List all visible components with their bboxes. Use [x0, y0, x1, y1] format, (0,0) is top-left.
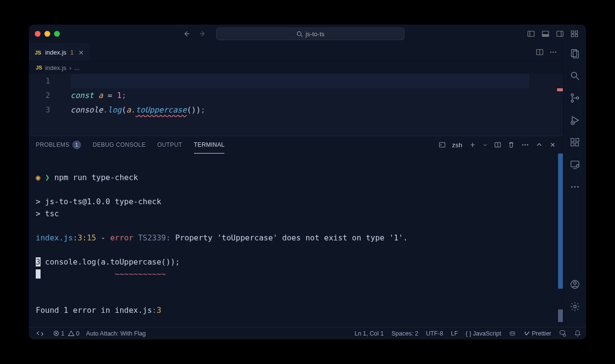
cursor-position[interactable]: Ln 1, Col 1	[354, 330, 383, 337]
nav-forward-button[interactable]	[199, 30, 207, 38]
layout-right-icon[interactable]	[556, 30, 564, 38]
copilot-icon[interactable]	[509, 330, 516, 337]
encoding-status[interactable]: UTF-8	[426, 330, 443, 337]
svg-point-30	[576, 165, 579, 168]
panel-tab-output[interactable]: OUTPUT	[157, 136, 182, 154]
error-code: TS2339:	[133, 233, 175, 242]
kill-terminal-icon[interactable]	[508, 141, 515, 148]
panel-actions: zsh	[439, 141, 556, 149]
svg-rect-28	[575, 139, 578, 141]
chevron-right-icon: ›	[70, 64, 71, 71]
customize-layout-icon[interactable]	[571, 30, 578, 38]
split-editor-icon[interactable]	[536, 48, 544, 56]
svg-point-21	[571, 94, 573, 96]
maximize-panel-icon[interactable]	[536, 141, 543, 148]
terminal-line: > tsc	[36, 209, 59, 218]
search-icon	[296, 31, 303, 37]
auto-attach-status[interactable]: Auto Attach: With Flag	[86, 330, 146, 337]
new-terminal-button[interactable]	[469, 141, 476, 148]
terminal-profile-icon[interactable]	[439, 141, 446, 148]
svg-rect-25	[571, 139, 573, 141]
panel-tab-bar: PROBLEMS 1 DEBUG CONSOLE OUTPUT TERMINAL…	[29, 136, 563, 154]
explorer-icon[interactable]	[569, 48, 581, 59]
nav-arrows	[182, 30, 207, 38]
traffic-lights	[35, 31, 60, 37]
context-code: console.log(a.toUppercase());	[45, 257, 180, 266]
close-panel-icon[interactable]	[549, 141, 556, 148]
svg-point-15	[522, 144, 524, 146]
error-marker	[557, 88, 563, 91]
terminal-dropdown-icon[interactable]	[483, 142, 488, 147]
status-bar: 1 0 Auto Attach: With Flag Ln 1, Col 1 S…	[29, 327, 586, 339]
remote-explorer-icon[interactable]	[569, 159, 581, 170]
notifications-icon[interactable]	[574, 330, 581, 337]
feedback-icon[interactable]	[559, 330, 566, 337]
nav-back-button[interactable]	[182, 30, 190, 38]
editor-tab-indexjs[interactable]: JS index.js 1	[29, 43, 90, 61]
command-center-search[interactable]: js-to-ts	[216, 28, 405, 40]
bottom-panel: PROBLEMS 1 DEBUG CONSOLE OUTPUT TERMINAL…	[29, 136, 563, 327]
code-area[interactable]: const a = 1; console.log(a.toUppercase()…	[59, 74, 563, 136]
eol-status[interactable]: LF	[451, 330, 458, 337]
error-word: error	[110, 233, 133, 242]
svg-point-35	[573, 282, 576, 285]
minimize-window-button[interactable]	[44, 31, 50, 37]
terminal-scrollbar[interactable]	[558, 154, 563, 289]
maximize-window-button[interactable]	[54, 31, 60, 37]
error-location: :3:15	[73, 233, 96, 242]
svg-point-0	[297, 31, 301, 35]
source-control-icon[interactable]	[569, 92, 581, 104]
layout-bottom-icon[interactable]	[542, 30, 549, 38]
split-terminal-icon[interactable]	[494, 141, 501, 148]
breadcrumb[interactable]: JS index.js › ...	[29, 61, 563, 74]
breadcrumb-filename: index.js	[45, 64, 66, 71]
svg-rect-8	[575, 34, 578, 37]
error-summary-line: 3	[156, 306, 161, 315]
scrollbar-thumb[interactable]	[558, 309, 563, 322]
close-window-button[interactable]	[35, 31, 41, 37]
shell-name[interactable]: zsh	[452, 141, 462, 149]
content-column: JS index.js 1 JS index.js › ...	[29, 43, 563, 327]
error-message: Property 'toUppercase' does not exist on…	[175, 233, 408, 242]
minimap[interactable]	[529, 74, 563, 136]
panel-tab-terminal[interactable]: TERMINAL	[194, 136, 225, 154]
svg-rect-41	[560, 331, 565, 335]
settings-gear-icon[interactable]	[569, 301, 581, 312]
prettier-status[interactable]: Prettier	[524, 330, 551, 337]
language-mode[interactable]: { } JavaScript	[466, 330, 502, 337]
svg-point-33	[577, 186, 578, 187]
breadcrumb-more: ...	[74, 64, 80, 71]
svg-point-22	[571, 100, 573, 102]
js-file-icon: JS	[36, 65, 42, 70]
panel-tab-debug[interactable]: DEBUG CONSOLE	[93, 136, 146, 154]
tab-dirty-badge: 1	[70, 49, 74, 56]
svg-point-42	[563, 334, 566, 336]
remote-indicator[interactable]	[34, 330, 46, 337]
panel-tab-problems[interactable]: PROBLEMS 1	[36, 136, 81, 154]
search-text: js-to-ts	[306, 30, 324, 38]
accounts-icon[interactable]	[569, 279, 581, 290]
line-number: 3	[29, 103, 50, 117]
terminal-output[interactable]: ◉ ❯ npm run type-check > js-to-ts@1.0.0 …	[29, 154, 563, 327]
svg-point-40	[513, 333, 514, 334]
activity-bar	[563, 43, 586, 327]
search-icon[interactable]	[569, 70, 581, 82]
errors-warnings[interactable]: 1 0	[53, 330, 79, 337]
close-tab-button[interactable]	[78, 49, 84, 56]
more-views-icon[interactable]	[569, 181, 581, 193]
editor-tabs: JS index.js 1	[29, 43, 563, 61]
more-actions-icon[interactable]	[549, 48, 557, 56]
run-debug-icon[interactable]	[569, 114, 581, 126]
extensions-icon[interactable]	[569, 137, 581, 148]
vscode-window: js-to-ts JS index.js 1	[29, 25, 586, 339]
svg-rect-13	[439, 142, 445, 147]
line-number: 1	[29, 74, 50, 88]
indentation-status[interactable]: Spaces: 2	[391, 330, 419, 337]
panel-more-icon[interactable]	[521, 141, 529, 149]
error-summary-file: index.js	[115, 306, 152, 315]
layout-left-icon[interactable]	[527, 30, 535, 38]
line-number-gutter: 1 2 3	[29, 74, 59, 136]
svg-rect-6	[575, 31, 578, 33]
titlebar: js-to-ts	[29, 25, 586, 43]
code-editor[interactable]: 1 2 3 const a = 1; console.log(a.toUpper…	[29, 74, 563, 136]
